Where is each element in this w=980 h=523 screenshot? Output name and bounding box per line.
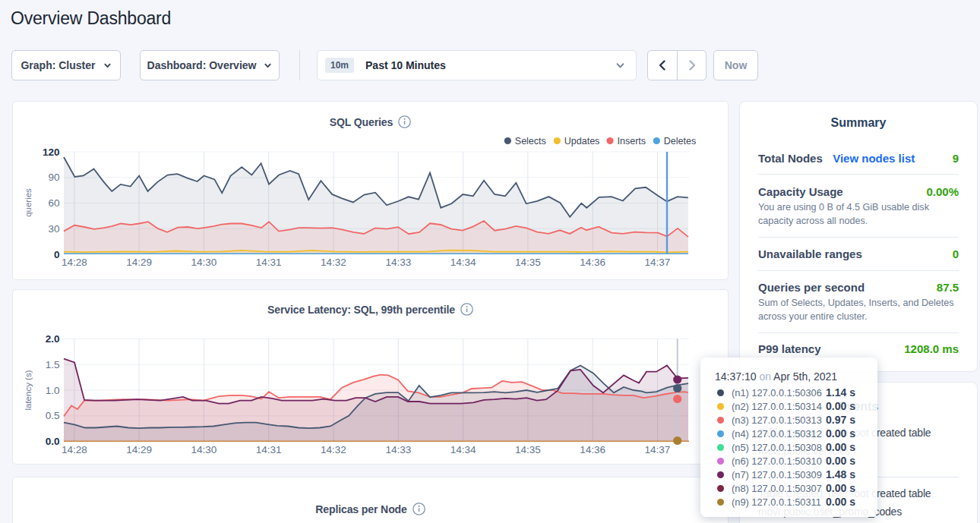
svg-text:14:35: 14:35	[515, 257, 541, 268]
svg-text:14:37: 14:37	[645, 257, 671, 268]
svg-text:Updates: Updates	[564, 136, 600, 147]
svg-text:60: 60	[48, 197, 59, 209]
svg-text:14:30: 14:30	[191, 257, 217, 268]
svg-text:14:34: 14:34	[450, 257, 476, 268]
svg-text:14:37: 14:37	[645, 444, 671, 455]
svg-text:14:33: 14:33	[385, 444, 411, 455]
svg-text:14:36: 14:36	[580, 444, 605, 455]
svg-text:0.0: 0.0	[46, 436, 60, 447]
svg-text:30: 30	[48, 223, 59, 235]
svg-text:Selects: Selects	[515, 136, 546, 147]
svg-text:14:28: 14:28	[62, 257, 87, 268]
svg-text:14:29: 14:29	[126, 444, 152, 455]
svg-text:Deletes: Deletes	[664, 136, 696, 147]
svg-text:Inserts: Inserts	[618, 136, 646, 147]
svg-text:1.0: 1.0	[46, 385, 60, 396]
svg-text:120: 120	[43, 147, 60, 158]
svg-text:14:33: 14:33	[385, 257, 411, 268]
svg-text:14:31: 14:31	[256, 257, 282, 268]
svg-text:0: 0	[54, 249, 60, 260]
svg-text:14:35: 14:35	[515, 444, 541, 455]
svg-text:14:36: 14:36	[580, 257, 605, 268]
svg-text:14:32: 14:32	[321, 444, 346, 455]
svg-text:14:29: 14:29	[126, 257, 152, 268]
svg-text:14:34: 14:34	[450, 444, 476, 455]
svg-text:0.5: 0.5	[46, 410, 60, 421]
svg-text:14:28: 14:28	[62, 444, 87, 455]
svg-text:14:30: 14:30	[191, 444, 217, 455]
svg-text:90: 90	[48, 172, 59, 183]
svg-text:2.0: 2.0	[46, 333, 60, 345]
svg-text:14:32: 14:32	[321, 257, 346, 268]
svg-text:latency (s): latency (s)	[24, 370, 33, 410]
svg-text:1.5: 1.5	[46, 359, 60, 370]
svg-text:14:31: 14:31	[256, 444, 282, 455]
svg-text:queries: queries	[24, 188, 33, 217]
